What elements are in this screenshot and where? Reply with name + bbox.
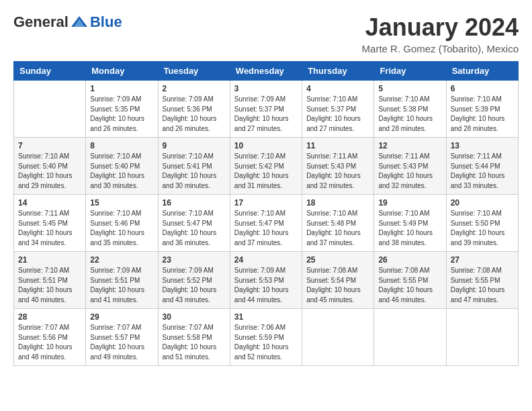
calendar-cell: [374, 309, 446, 366]
day-info: Sunrise: 7:10 AMSunset: 5:46 PMDaylight:…: [90, 209, 153, 248]
day-info: Sunrise: 7:08 AMSunset: 5:55 PMDaylight:…: [451, 266, 514, 305]
calendar-cell: 14Sunrise: 7:11 AMSunset: 5:45 PMDayligh…: [14, 195, 86, 252]
day-info: Sunrise: 7:07 AMSunset: 5:56 PMDaylight:…: [18, 323, 81, 362]
day-info: Sunrise: 7:09 AMSunset: 5:52 PMDaylight:…: [163, 266, 226, 305]
header-monday: Monday: [86, 62, 158, 81]
calendar-cell: 31Sunrise: 7:06 AMSunset: 5:59 PMDayligh…: [230, 309, 302, 366]
calendar-cell: 3Sunrise: 7:09 AMSunset: 5:37 PMDaylight…: [230, 81, 302, 138]
day-number: 7: [18, 141, 81, 150]
day-info: Sunrise: 7:11 AMSunset: 5:45 PMDaylight:…: [18, 209, 81, 248]
day-info: Sunrise: 7:07 AMSunset: 5:57 PMDaylight:…: [90, 323, 153, 362]
day-number: 28: [18, 312, 81, 322]
calendar-cell: 5Sunrise: 7:10 AMSunset: 5:38 PMDaylight…: [374, 81, 446, 138]
day-number: 30: [163, 312, 226, 322]
day-number: 24: [234, 255, 298, 265]
logo: General Blue: [13, 13, 122, 31]
calendar-week-5: 28Sunrise: 7:07 AMSunset: 5:56 PMDayligh…: [14, 309, 519, 366]
calendar-header-row: SundayMondayTuesdayWednesdayThursdayFrid…: [14, 62, 519, 81]
header-wednesday: Wednesday: [230, 62, 302, 81]
calendar-cell: 21Sunrise: 7:10 AMSunset: 5:51 PMDayligh…: [14, 252, 86, 309]
day-info: Sunrise: 7:10 AMSunset: 5:38 PMDaylight:…: [378, 95, 441, 134]
day-info: Sunrise: 7:10 AMSunset: 5:42 PMDaylight:…: [234, 152, 298, 191]
day-info: Sunrise: 7:10 AMSunset: 5:47 PMDaylight:…: [163, 209, 226, 248]
day-info: Sunrise: 7:11 AMSunset: 5:43 PMDaylight:…: [306, 152, 369, 191]
day-info: Sunrise: 7:09 AMSunset: 5:51 PMDaylight:…: [90, 266, 153, 305]
calendar-cell: 18Sunrise: 7:10 AMSunset: 5:48 PMDayligh…: [302, 195, 374, 252]
title-area: January 2024 Marte R. Gomez (Tobarito), …: [362, 13, 519, 54]
day-number: 4: [306, 84, 369, 93]
day-number: 31: [234, 312, 298, 322]
calendar-cell: 22Sunrise: 7:09 AMSunset: 5:51 PMDayligh…: [86, 252, 158, 309]
header-thursday: Thursday: [302, 62, 374, 81]
calendar-cell: 26Sunrise: 7:08 AMSunset: 5:55 PMDayligh…: [374, 252, 446, 309]
calendar-cell: 9Sunrise: 7:10 AMSunset: 5:41 PMDaylight…: [158, 138, 230, 195]
day-info: Sunrise: 7:10 AMSunset: 5:40 PMDaylight:…: [18, 152, 81, 191]
day-info: Sunrise: 7:10 AMSunset: 5:39 PMDaylight:…: [451, 95, 514, 134]
calendar-cell: 25Sunrise: 7:08 AMSunset: 5:54 PMDayligh…: [302, 252, 374, 309]
day-number: 18: [306, 198, 369, 208]
calendar-cell: 10Sunrise: 7:10 AMSunset: 5:42 PMDayligh…: [230, 138, 302, 195]
calendar-cell: 19Sunrise: 7:10 AMSunset: 5:49 PMDayligh…: [374, 195, 446, 252]
day-number: 23: [163, 255, 226, 265]
day-info: Sunrise: 7:11 AMSunset: 5:43 PMDaylight:…: [378, 152, 441, 191]
calendar-cell: [446, 309, 518, 366]
month-title: January 2024: [362, 13, 519, 42]
calendar-table: SundayMondayTuesdayWednesdayThursdayFrid…: [13, 61, 519, 366]
calendar-week-2: 7Sunrise: 7:10 AMSunset: 5:40 PMDaylight…: [14, 138, 519, 195]
calendar-cell: 23Sunrise: 7:09 AMSunset: 5:52 PMDayligh…: [158, 252, 230, 309]
header-friday: Friday: [374, 62, 446, 81]
day-number: 20: [451, 198, 514, 208]
calendar-cell: 11Sunrise: 7:11 AMSunset: 5:43 PMDayligh…: [302, 138, 374, 195]
day-info: Sunrise: 7:09 AMSunset: 5:37 PMDaylight:…: [234, 95, 298, 134]
calendar-cell: 1Sunrise: 7:09 AMSunset: 5:35 PMDaylight…: [86, 81, 158, 138]
day-info: Sunrise: 7:10 AMSunset: 5:50 PMDaylight:…: [451, 209, 514, 248]
day-number: 1: [90, 84, 153, 93]
calendar-cell: 4Sunrise: 7:10 AMSunset: 5:37 PMDaylight…: [302, 81, 374, 138]
day-number: 29: [90, 312, 153, 322]
day-number: 22: [90, 255, 153, 265]
calendar-cell: 16Sunrise: 7:10 AMSunset: 5:47 PMDayligh…: [158, 195, 230, 252]
calendar-week-4: 21Sunrise: 7:10 AMSunset: 5:51 PMDayligh…: [14, 252, 519, 309]
day-number: 3: [234, 84, 298, 93]
calendar-cell: 17Sunrise: 7:10 AMSunset: 5:47 PMDayligh…: [230, 195, 302, 252]
day-number: 9: [163, 141, 226, 150]
day-info: Sunrise: 7:06 AMSunset: 5:59 PMDaylight:…: [234, 323, 298, 362]
calendar-cell: 8Sunrise: 7:10 AMSunset: 5:40 PMDaylight…: [86, 138, 158, 195]
calendar-cell: 20Sunrise: 7:10 AMSunset: 5:50 PMDayligh…: [446, 195, 518, 252]
calendar-cell: 12Sunrise: 7:11 AMSunset: 5:43 PMDayligh…: [374, 138, 446, 195]
day-info: Sunrise: 7:09 AMSunset: 5:36 PMDaylight:…: [163, 95, 226, 134]
day-number: 12: [378, 141, 441, 150]
day-number: 11: [306, 141, 369, 150]
day-info: Sunrise: 7:10 AMSunset: 5:37 PMDaylight:…: [306, 95, 369, 134]
calendar-cell: 27Sunrise: 7:08 AMSunset: 5:55 PMDayligh…: [446, 252, 518, 309]
day-number: 21: [18, 255, 81, 265]
day-info: Sunrise: 7:08 AMSunset: 5:55 PMDaylight:…: [378, 266, 441, 305]
logo-icon: [70, 15, 89, 30]
logo-blue-text: Blue: [90, 13, 122, 31]
day-number: 17: [234, 198, 298, 208]
calendar-cell: 2Sunrise: 7:09 AMSunset: 5:36 PMDaylight…: [158, 81, 230, 138]
day-info: Sunrise: 7:07 AMSunset: 5:58 PMDaylight:…: [163, 323, 226, 362]
day-number: 16: [163, 198, 226, 208]
day-number: 27: [451, 255, 514, 265]
calendar-week-3: 14Sunrise: 7:11 AMSunset: 5:45 PMDayligh…: [14, 195, 519, 252]
day-number: 8: [90, 141, 153, 150]
day-number: 15: [90, 198, 153, 208]
day-number: 5: [378, 84, 441, 93]
location-title: Marte R. Gomez (Tobarito), Mexico: [362, 43, 519, 54]
day-info: Sunrise: 7:10 AMSunset: 5:41 PMDaylight:…: [163, 152, 226, 191]
header-saturday: Saturday: [446, 62, 518, 81]
header-sunday: Sunday: [14, 62, 86, 81]
header-tuesday: Tuesday: [158, 62, 230, 81]
day-info: Sunrise: 7:10 AMSunset: 5:51 PMDaylight:…: [18, 266, 81, 305]
calendar-cell: 13Sunrise: 7:11 AMSunset: 5:44 PMDayligh…: [446, 138, 518, 195]
calendar-cell: 6Sunrise: 7:10 AMSunset: 5:39 PMDaylight…: [446, 81, 518, 138]
calendar-cell: 24Sunrise: 7:09 AMSunset: 5:53 PMDayligh…: [230, 252, 302, 309]
day-number: 10: [234, 141, 298, 150]
calendar-cell: 15Sunrise: 7:10 AMSunset: 5:46 PMDayligh…: [86, 195, 158, 252]
day-info: Sunrise: 7:10 AMSunset: 5:49 PMDaylight:…: [378, 209, 441, 248]
day-info: Sunrise: 7:10 AMSunset: 5:40 PMDaylight:…: [90, 152, 153, 191]
day-info: Sunrise: 7:09 AMSunset: 5:35 PMDaylight:…: [90, 95, 153, 134]
calendar-cell: 29Sunrise: 7:07 AMSunset: 5:57 PMDayligh…: [86, 309, 158, 366]
calendar-cell: 30Sunrise: 7:07 AMSunset: 5:58 PMDayligh…: [158, 309, 230, 366]
